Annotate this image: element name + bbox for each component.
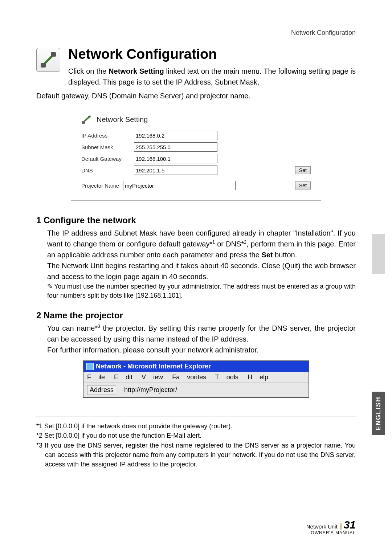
svg-rect-2 (41, 63, 46, 68)
browser-menubar: File Edit View Favorites Tools Help (83, 372, 309, 383)
section2-heading: 2 Name the projector (36, 310, 356, 321)
note-icon: ✎ (47, 282, 53, 291)
dns-label: DNS (81, 167, 134, 174)
page-footer: Network Unit31 OWNER'S MANUAL (306, 519, 356, 535)
page-title: Network Configuration (68, 46, 356, 62)
set-network-button[interactable]: Set (295, 166, 311, 174)
section2-body: You can name*3 the projector. By setting… (47, 323, 356, 344)
section1-body2: The Network Unit begins restarting and i… (47, 260, 356, 282)
set-projector-name-button[interactable]: Set (295, 181, 311, 189)
side-gray-bar (372, 234, 385, 274)
ip-address-input[interactable] (134, 131, 217, 140)
network-setting-panel: Network Setting IP Address Subnet Mask D… (71, 108, 321, 201)
default-gateway-label: Default Gateway (81, 156, 134, 162)
section1-body: The IP address and Subnet Mask have been… (47, 228, 356, 260)
menu-help[interactable]: Help (248, 374, 268, 381)
subnet-mask-label: Subnet Mask (81, 144, 134, 150)
default-gateway-input[interactable] (134, 154, 217, 163)
menu-favorites[interactable]: Favorites (172, 374, 206, 381)
header-breadcrumb: Network Configuration (36, 29, 356, 39)
svg-rect-3 (51, 52, 56, 57)
ie-icon (86, 363, 94, 370)
footnote-1: *1 Set [0.0.0.0] if the network does not… (36, 421, 356, 431)
section1-heading: 1 Configure the network (36, 215, 356, 225)
intro-continuation: Default gateway, DNS (Domain Name Server… (36, 90, 356, 101)
section1-note: ✎You must use the number specified by yo… (47, 282, 356, 300)
browser-screenshot: Network - Microsoft Internet Explorer Fi… (83, 360, 309, 398)
address-label: Address (87, 385, 116, 395)
ip-address-label: IP Address (81, 132, 134, 139)
intro-text: Click on the Network Setting linked text… (68, 66, 356, 87)
svg-rect-6 (82, 121, 85, 124)
section2-body2: For further information, please consult … (47, 344, 356, 355)
language-tab: ENGLISH (372, 392, 385, 435)
footnotes: *1 Set [0.0.0.0] if the network does not… (36, 416, 356, 469)
projector-name-input[interactable] (123, 181, 236, 190)
network-config-icon (36, 48, 60, 72)
subnet-mask-input[interactable] (134, 142, 217, 152)
menu-edit[interactable]: Edit (114, 374, 132, 381)
dns-input[interactable] (134, 166, 217, 175)
menu-file[interactable]: File (87, 374, 105, 381)
network-setting-icon (81, 115, 91, 124)
menu-view[interactable]: View (142, 374, 163, 381)
menu-tools[interactable]: Tools (215, 374, 238, 381)
footnote-3: *3 If you use the DNS server, register t… (36, 441, 356, 469)
address-url[interactable]: http://myProjector/ (124, 386, 177, 394)
projector-name-label: Projector Name (81, 183, 123, 189)
panel-title: Network Setting (97, 115, 148, 124)
browser-titlebar: Network - Microsoft Internet Explorer (83, 361, 309, 372)
footnote-2: *2 Set [0.0.0.0] if you do not use the f… (36, 431, 356, 440)
